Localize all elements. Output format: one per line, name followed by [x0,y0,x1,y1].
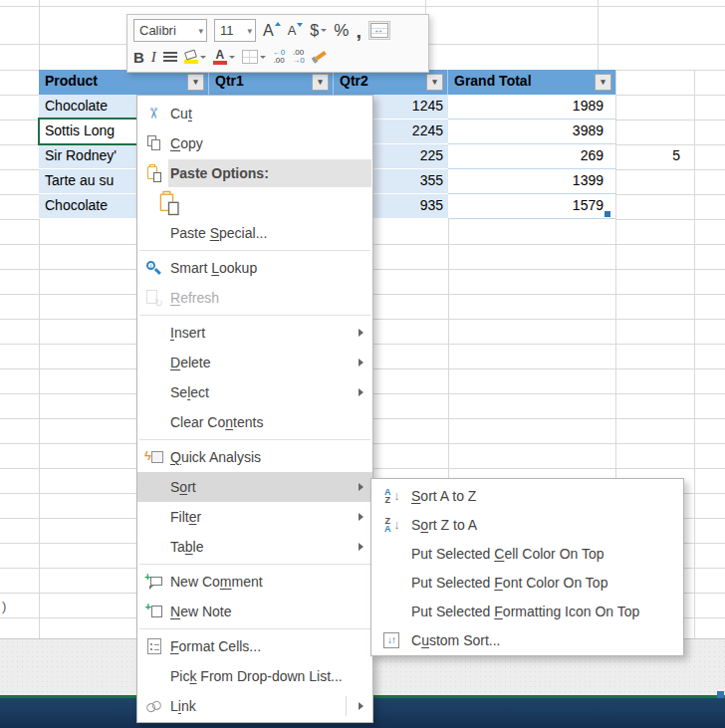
menu-item-smart-lookup[interactable]: iSmart Lookup [137,253,372,283]
accounting-format-button[interactable]: $ [310,22,327,40]
submenu-arrow-icon [359,543,363,551]
menu-item-insert[interactable]: Insert [137,318,372,348]
filter-button-grand-total[interactable]: ▾ [595,74,611,91]
font-color-button[interactable]: A [213,50,235,65]
decrease-font-size-button[interactable]: A [288,23,304,38]
menu-item-label: Put Selected Cell Color On Top [411,546,604,562]
menu-item-sort-z-to-a[interactable]: ZA↓Sort Z to A [371,510,683,539]
sheet-gridline [615,70,725,71]
decrease-decimal-button[interactable]: ←0 .00 [273,49,285,65]
borders-icon [242,50,258,64]
menu-item-link[interactable]: Link [137,691,372,721]
menu-separator [139,250,370,251]
header-cell-grand-total[interactable]: Grand Total▾ [448,70,615,95]
comma-style-button[interactable]: , [356,24,362,38]
menu-separator [139,439,370,440]
menu-item-font-color-on-top[interactable]: Put Selected Font Color On Top [371,568,683,597]
sheet-gridline [0,6,725,7]
italic-button[interactable]: I [151,49,156,66]
increase-decimal-icon: .00 →0 [292,49,304,65]
font-size-combo[interactable]: 11 ▾ [214,19,256,42]
menu-item-label: Format Cells... [170,638,261,654]
quick-analysis-icon: ϟ [144,450,163,464]
header-label: Qtr1 [215,73,244,89]
menu-item-paste-options[interactable]: Paste Options: [137,158,372,188]
menu-item-pick-from-list[interactable]: Pick From Drop-down List... [137,661,372,691]
increase-font-size-button[interactable]: A [263,22,281,40]
font-name-combo[interactable]: Calibri ▾ [133,19,207,42]
menu-separator [139,315,370,316]
menu-item-table[interactable]: Table [137,532,372,562]
fill-color-button[interactable] [184,51,206,64]
format-painter-icon [311,50,327,64]
table-resize-handle[interactable] [604,211,610,217]
font-color-icon: A [213,50,227,65]
filter-button-product[interactable]: ▾ [187,74,204,91]
chevron-down-icon[interactable]: ▾ [198,26,203,36]
menu-item-label: Paste Options: [170,165,269,181]
chevron-down-icon[interactable] [321,29,327,32]
menu-item-label: Table [170,539,204,555]
menu-item-format-cells[interactable]: Format Cells... [137,631,372,661]
cell-grand_total-0[interactable]: 1989 [448,95,615,120]
menu-item-new-note[interactable]: +New Note [137,597,372,626]
format-painter-button[interactable] [312,54,327,60]
menu-item-select[interactable]: Select [137,377,372,407]
az-down-icon: AZ↓ [382,488,400,504]
menu-item-label: New Comment [170,574,263,590]
chevron-down-icon[interactable] [260,56,266,59]
filter-button-qtr2[interactable]: ▾ [426,74,443,91]
menu-item-new-comment[interactable]: +New Comment [137,567,372,597]
percent-style-button[interactable]: % [334,21,349,41]
menu-item-custom-sort[interactable]: ↓↑Custom Sort... [371,625,683,654]
header-cell-qtr2[interactable]: Qtr2▾ [334,70,448,95]
increase-decimal-button[interactable]: .00 →0 [292,49,304,65]
header-label: Qtr2 [340,73,368,89]
borders-button[interactable] [242,50,266,64]
chevron-down-icon[interactable] [200,56,206,59]
menu-item-copy[interactable]: Copy [137,128,372,158]
sheet-gridline [598,0,599,70]
chevron-down-icon[interactable]: ▾ [247,26,252,36]
header-cell-qtr1[interactable]: Qtr1▾ [209,70,334,95]
format-as-table-icon: ↔ [370,23,388,38]
excel-worksheet: Product▾Qtr1▾Qtr2▾Grand Total▾ Chocolate… [0,0,725,728]
menu-item-label: Sort Z to A [411,517,477,533]
custom-sort-icon: ↓↑ [383,632,399,648]
menu-item-cell-color-on-top[interactable]: Put Selected Cell Color On Top [371,539,683,568]
menu-item-label: Refresh [170,290,219,306]
menu-item-clear-contents[interactable]: Clear Contents [137,407,372,437]
menu-item-label: Cut [170,106,192,121]
menu-item-quick-analysis[interactable]: ϟQuick Analysis [137,442,372,472]
menu-item-sort[interactable]: Sort [137,472,372,502]
format-as-table-button[interactable]: ↔ [368,21,390,40]
cell-value-outside-table: 5 [616,147,687,171]
menu-item-label: Custom Sort... [411,632,501,648]
menu-item-label: Quick Analysis [170,449,261,465]
center-align-button[interactable] [163,52,177,62]
menu-item-filter[interactable]: Filter [137,502,372,532]
menu-item-label: Sort A to Z [411,488,476,504]
menu-item-sort-a-to-z[interactable]: AZ↓Sort A to Z [371,481,683,510]
align-lines-icon [163,52,177,54]
menu-item-label: Filter [170,509,201,525]
submenu-arrow-icon [359,702,363,710]
header-cell-product[interactable]: Product▾ [39,70,209,95]
menu-item-cut[interactable]: ✂Cut [137,99,372,128]
cell-grand_total-3[interactable]: 1399 [448,169,615,194]
menu-item-paste-swatch[interactable] [137,188,372,218]
menu-item-delete[interactable]: Delete [137,348,372,377]
menu-item-label: Link [170,698,196,714]
menu-item-formatting-icon-on-top[interactable]: Put Selected Formatting Icon On Top [371,597,683,625]
filter-button-qtr1[interactable]: ▾ [312,74,329,91]
chevron-down-icon[interactable] [229,56,235,59]
cell-grand_total-1[interactable]: 3989 [448,120,615,144]
header-label: Product [45,73,98,89]
cell-grand_total-2[interactable]: 269 [448,144,615,169]
cell-grand_total-4[interactable]: 1579 [448,194,615,219]
menu-item-label: Select [170,384,209,400]
menu-item-label: Delete [170,355,210,370]
menu-item-paste-special[interactable]: Paste Special... [137,218,372,248]
bold-button[interactable]: B [133,49,144,66]
mini-toolbar-row-2: B I A [133,46,422,70]
